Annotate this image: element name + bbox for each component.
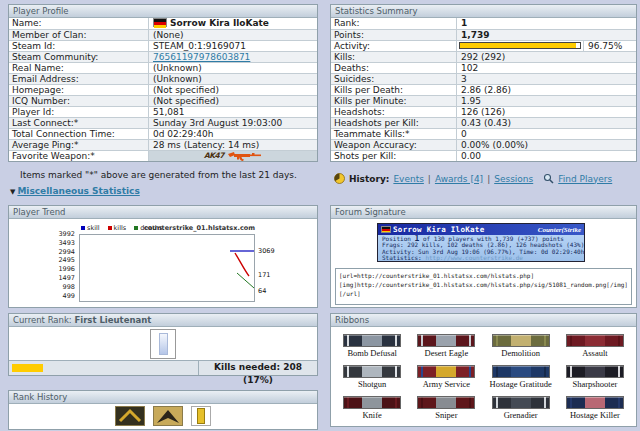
table-row: Player Id: 51,081	[9, 106, 317, 117]
history-label: History:	[349, 174, 389, 184]
row-label: Total Connection Time:	[9, 129, 149, 139]
germany-flag-icon	[153, 18, 167, 27]
hostage-killer-ribbon-icon	[566, 396, 624, 409]
hostage-gratitude-ribbon-icon	[492, 365, 550, 378]
statistics-summary-table: Rank: 1 Points: 1,739 Activity: 96.75%	[331, 18, 636, 161]
rank-history-header: Rank History	[9, 391, 317, 404]
row-value: (Unknown)	[149, 74, 317, 84]
asterisk-note: Items marked "*" above are generated fro…	[20, 170, 297, 180]
row-label: Teammate Kills:*	[331, 129, 457, 139]
row-value: 2.86 (2.86)	[457, 85, 636, 95]
plot-area	[79, 234, 255, 302]
table-row: Kills per Death: 2.86 (2.86)	[331, 84, 636, 95]
table-row: Kills: 292 (292)	[331, 51, 636, 62]
ribbons-grid: Bomb Defusal Desert Eagle Demolition Ass…	[331, 327, 636, 420]
activity-percent: 96.75%	[584, 41, 636, 51]
table-row: Shots per Kill: 0.00	[331, 150, 636, 161]
rank-history-panel: Rank History	[8, 390, 318, 430]
table-row: ICQ Number: (Not specified)	[9, 95, 317, 106]
rank-progress-strip: Kills needed: 208 (17%)	[9, 360, 317, 375]
table-row: Activity: 96.75%	[331, 40, 636, 51]
knife-ribbon-icon	[343, 396, 401, 409]
history-awards-link[interactable]: Awards [4]	[435, 174, 483, 184]
row-label: ICQ Number:	[9, 96, 149, 106]
table-row: Name: Sorrow Kira IloKate	[9, 18, 317, 29]
row-value: (None)	[149, 30, 317, 40]
sharpshooter-ribbon-icon	[566, 365, 624, 378]
table-row: Suicides: 3	[331, 73, 636, 84]
rank-progress-track	[9, 361, 199, 375]
row-label: Shots per Kill:	[331, 151, 457, 161]
table-row: Rank: 1	[331, 18, 636, 29]
table-row: Average Ping:* 28 ms (Latency: 14 ms)	[9, 139, 317, 150]
signature-statistics-line: Statistics: http://www.counterstrike.de	[382, 255, 580, 261]
history-sessions-link[interactable]: Sessions	[494, 174, 533, 184]
ribbon-item: Desert Eagle	[409, 334, 483, 358]
gold-bar-rank-icon	[191, 406, 211, 426]
ribbon-item: Hostage Killer	[558, 396, 632, 420]
row-label: Name:	[9, 18, 149, 29]
table-row: Headshots: 126 (126)	[331, 106, 636, 117]
table-row: Deaths: 102	[331, 62, 636, 73]
steam-community-link[interactable]: 76561197978603871	[153, 52, 250, 62]
row-label: Homepage:	[9, 85, 149, 95]
table-row: Last Connect:* Sunday 3rd August 19:03:0…	[9, 117, 317, 128]
row-label: Member of Clan:	[9, 30, 149, 40]
silver-bar-insignia-icon	[159, 333, 168, 355]
table-row: Favorite Weapon:* AK47	[9, 150, 317, 161]
demolition-ribbon-icon	[492, 334, 550, 347]
left-column: Player Profile Name: Sorrow Kira IloKate…	[8, 4, 318, 431]
row-value: 3	[457, 74, 636, 84]
row-label: Last Connect:*	[9, 118, 149, 128]
table-row: Steam Community: 76561197978603871	[9, 51, 317, 62]
signature-bbcode-textarea[interactable]: [url=http://counterstrike_01.hlstatsx.co…	[335, 268, 632, 305]
right-column: Statistics Summary Rank: 1 Points: 1,739…	[330, 4, 637, 431]
row-label: Points:	[331, 30, 457, 40]
history-events-link[interactable]: Events	[393, 174, 423, 184]
skill-legend-marker	[81, 226, 85, 230]
y-axis-tick: 1497	[37, 275, 75, 282]
y-axis-tick: 1996	[37, 266, 75, 273]
chart-title: counterstrike_01.hlstatsx.com	[139, 224, 255, 232]
hlstatsx-player-page: { "profile": { "title": "Player Profile"…	[0, 0, 640, 431]
miscellaneous-statistics-toggle[interactable]: ▼Miscellaneous Statistics	[10, 186, 140, 196]
favorite-weapon-value: AK47	[149, 151, 317, 161]
ribbon-item: Assault	[558, 334, 632, 358]
ribbon-item: Knife	[335, 396, 409, 420]
trend-lines	[80, 235, 254, 301]
skill-end-value: 3069	[258, 248, 275, 255]
find-players-link[interactable]: Find Players	[558, 174, 612, 184]
row-label: Activity:	[331, 41, 457, 51]
y-axis-tick: 3493	[37, 240, 75, 247]
rank-insignia-area	[9, 328, 317, 360]
row-value: 0.43 (0.43)	[457, 118, 636, 128]
row-label: Headshots per Kill:	[331, 118, 457, 128]
rank-progress-fill	[12, 364, 43, 372]
table-row: Weapon Accuracy: 0.00% (0.00%)	[331, 139, 636, 150]
row-value: Sunday 3rd August 19:03:00	[149, 118, 317, 128]
row-value: STEAM_0:1:9169071	[149, 41, 317, 51]
ribbon-item: Sniper	[409, 396, 483, 420]
ribbon-item: Hostage Gratitude	[484, 365, 558, 389]
grenadier-ribbon-icon	[492, 396, 550, 409]
table-row: Homepage: (Not specified)	[9, 84, 317, 95]
row-value: 0	[457, 129, 636, 139]
current-rank-header: Current Rank: First Lieutenant	[9, 314, 317, 327]
deaths-legend-marker	[134, 226, 138, 230]
row-label: Email Address:	[9, 74, 149, 84]
legend-label: kills	[114, 224, 127, 232]
ribbons-header: Ribbons	[331, 314, 636, 327]
bomb-defusal-ribbon-icon	[343, 334, 401, 347]
ak47-weapon-icon	[228, 151, 262, 161]
ribbon-item: Grenadier	[484, 396, 558, 420]
activity-cell: 96.75%	[457, 41, 636, 51]
y-axis-tick: 499	[37, 293, 75, 300]
row-value: 102	[457, 63, 636, 73]
table-row: Points: 1,739	[331, 29, 636, 40]
rank-history-icons	[9, 404, 317, 428]
current-rank-panel: Current Rank: First Lieutenant Kills nee…	[8, 313, 318, 376]
row-label: Kills per Minute:	[331, 96, 457, 106]
miscellaneous-statistics-link[interactable]: Miscellaneous Statistics	[17, 186, 139, 196]
table-row: Real Name: (Unknown)	[9, 62, 317, 73]
counter-strike-logo: Counter(Strike	[538, 226, 581, 234]
